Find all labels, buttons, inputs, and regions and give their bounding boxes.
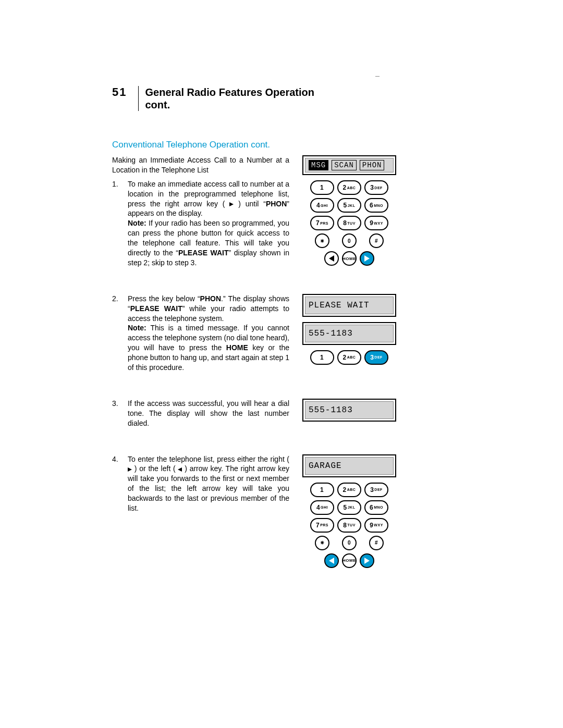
right-arrow-icon <box>229 202 234 206</box>
step-2-row: 2. Press the key below “PHON.” The displ… <box>112 294 487 378</box>
lcd-please-wait: PLEASE WAIT <box>305 297 394 314</box>
lcd-frame: MSG SCAN PHON <box>302 155 396 175</box>
key-3[interactable]: 3DEF <box>364 180 388 195</box>
step-number: 1. <box>112 179 121 268</box>
key-6[interactable]: 6MNO <box>364 198 388 213</box>
lead-paragraph: Making an Immediate Access Call to a Num… <box>112 155 289 175</box>
lcd-number: 555-1183 <box>305 401 394 419</box>
figure-3: 555-1183 <box>302 399 396 427</box>
key-star[interactable]: ✷ <box>315 536 329 550</box>
lcd-frame: 555-1183 <box>302 399 396 422</box>
lcd-frame: PLEASE WAIT <box>302 294 396 317</box>
key-4[interactable]: 4GHI <box>310 500 334 515</box>
title-line-1: General Radio Features Operation <box>145 87 314 98</box>
lcd-screen: MSG SCAN PHON <box>305 158 394 172</box>
key-5[interactable]: 5JKL <box>337 500 361 515</box>
figure-2: PLEASE WAIT 555-1183 1 2ABC 3DEF <box>302 294 396 365</box>
key-star[interactable]: ✷ <box>315 233 329 248</box>
figure-4: GARAGE 1 2ABC 3DEF 4GHI 5JKL 6MNO 7PRS 8… <box>302 454 396 568</box>
left-arrow-key[interactable] <box>324 251 339 266</box>
crop-mark-icon <box>375 76 380 77</box>
lcd-garage: GARAGE <box>305 457 394 475</box>
key-3[interactable]: 3DEF <box>364 350 388 365</box>
key-4[interactable]: 4GHI <box>310 198 334 213</box>
header-divider <box>138 86 139 111</box>
right-arrow-key[interactable] <box>360 251 374 266</box>
home-key[interactable]: HOME <box>342 553 357 568</box>
key-hash[interactable]: # <box>369 233 384 248</box>
step-3-row: 3. If the access was successful, you wil… <box>112 399 487 434</box>
step-2-text: 2. Press the key below “PHON.” The displ… <box>112 294 289 378</box>
key-8[interactable]: 8TUV <box>337 216 361 230</box>
key-9[interactable]: 9WXY <box>364 216 388 230</box>
home-key[interactable]: HOME <box>342 251 357 266</box>
step-1-row: Making an Immediate Access Call to a Num… <box>112 155 487 273</box>
left-arrow-key[interactable] <box>324 553 339 568</box>
key-3[interactable]: 3DEF <box>364 483 388 497</box>
lcd-frame: GARAGE <box>302 454 396 477</box>
step-3-text: 3. If the access was successful, you wil… <box>112 399 289 434</box>
keypad: 1 2ABC 3DEF 4GHI 5JKL 6MNO 7PRS 8TUV 9WX… <box>302 483 396 550</box>
right-arrow-icon <box>128 467 132 472</box>
step-body: To enter the telephone list, press eithe… <box>128 454 289 513</box>
key-2[interactable]: 2ABC <box>337 483 361 497</box>
key-6[interactable]: 6MNO <box>364 500 388 515</box>
step-4-row: 4. To enter the telephone list, press ei… <box>112 454 487 568</box>
right-arrow-key[interactable] <box>360 553 374 568</box>
title-line-2: cont. <box>145 99 170 110</box>
step-number: 4. <box>112 454 121 513</box>
step-body: If the access was successful, you will h… <box>128 399 289 428</box>
key-0[interactable]: 0 <box>342 233 357 248</box>
key-5[interactable]: 5JKL <box>337 198 361 213</box>
keypad-row: 1 2ABC 3DEF <box>302 350 396 365</box>
key-9[interactable]: 9WXY <box>364 518 388 533</box>
key-8[interactable]: 8TUV <box>337 518 361 533</box>
key-1[interactable]: 1 <box>310 483 334 497</box>
lcd-number: 555-1183 <box>305 325 394 342</box>
section-title: Conventional Telephone Operation cont. <box>112 140 487 150</box>
step-body: To make an immediate access call to numb… <box>128 179 289 268</box>
lcd-frame: 555-1183 <box>302 322 396 345</box>
key-2[interactable]: 2ABC <box>337 180 361 195</box>
key-2[interactable]: 2ABC <box>337 350 361 365</box>
key-hash[interactable]: # <box>369 536 384 550</box>
key-7[interactable]: 7PRS <box>310 518 334 533</box>
step-4-text: 4. To enter the telephone list, press ei… <box>112 454 289 519</box>
step-1-text: Making an Immediate Access Call to a Num… <box>112 155 289 273</box>
key-1[interactable]: 1 <box>310 180 334 195</box>
page-content: 51 General Radio Features Operation cont… <box>112 86 487 568</box>
keypad: 1 2ABC 3DEF 4GHI 5JKL 6MNO 7PRS 8TUV 9WX… <box>302 180 396 248</box>
lcd-seg-msg: MSG <box>309 160 328 170</box>
page-header: 51 General Radio Features Operation cont… <box>112 86 487 111</box>
step-number: 3. <box>112 399 121 428</box>
left-arrow-icon <box>178 467 182 472</box>
page-title: General Radio Features Operation cont. <box>145 86 314 111</box>
lcd-seg-phon: PHON <box>360 160 385 170</box>
step-body: Press the key below “PHON.” The display … <box>128 294 289 373</box>
key-0[interactable]: 0 <box>342 536 357 550</box>
step-number: 2. <box>112 294 121 373</box>
lcd-seg-scan: SCAN <box>332 160 357 170</box>
page-number: 51 <box>112 86 132 98</box>
figure-1: MSG SCAN PHON 1 2ABC 3DEF 4GHI 5JKL 6MNO… <box>302 155 396 266</box>
key-7[interactable]: 7PRS <box>310 216 334 230</box>
key-1[interactable]: 1 <box>310 350 334 365</box>
